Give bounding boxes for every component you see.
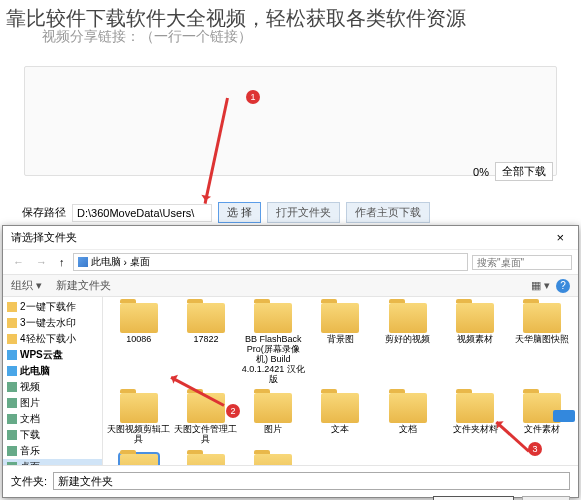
annotation-pin-1: 1 [246, 90, 260, 104]
folder-icon [7, 446, 17, 456]
view-menu[interactable]: ▦ ▾ [531, 279, 550, 292]
folder-item[interactable]: 背景图 [309, 303, 372, 384]
cancel-button[interactable]: 取消 [522, 496, 570, 500]
folder-icon [456, 303, 494, 333]
folder-icon [389, 393, 427, 423]
dialog-title: 请选择文件夹 [11, 230, 77, 245]
sidebar-item[interactable]: 2一键下载作 [3, 299, 102, 315]
folder-item[interactable]: 天图文件管理工具 [174, 393, 237, 445]
sidebar-item[interactable]: 3一键去水印 [3, 315, 102, 331]
folder-icon [120, 393, 158, 423]
organize-menu[interactable]: 组织 ▾ [11, 278, 42, 293]
folder-icon [7, 366, 17, 376]
folder-icon [321, 393, 359, 423]
sidebar-item[interactable]: 4轻松下载小 [3, 331, 102, 347]
side-download-button[interactable]: 下载 [553, 410, 575, 422]
download-all-button[interactable]: 全部下载 [495, 162, 553, 181]
folder-item[interactable]: 音乐 [242, 454, 305, 465]
folder-icon [7, 350, 17, 360]
select-folder-button[interactable]: 选择文件夹 [433, 496, 514, 500]
folder-item[interactable]: 文本 [309, 393, 372, 445]
filename-label: 文件夹: [11, 474, 47, 489]
pc-icon [78, 257, 88, 267]
path-label: 保存路径 [22, 205, 66, 220]
folder-item[interactable]: 天华脑图快照 [511, 303, 574, 384]
folder-item[interactable]: BB FlashBack Pro(屏幕录像机) Build 4.0.1.2421… [242, 303, 305, 384]
nav-back-icon[interactable]: ← [9, 256, 28, 268]
folder-icon [7, 382, 17, 392]
path-row: 保存路径 选 择 打开文件夹 作者主页下载 [22, 202, 559, 223]
sidebar-item[interactable]: 图片 [3, 395, 102, 411]
close-icon[interactable]: × [550, 230, 570, 245]
folder-icon [187, 303, 225, 333]
dialog-search-input[interactable] [472, 255, 572, 270]
sidebar-item[interactable]: 视频 [3, 379, 102, 395]
annotation-pin-3: 3 [528, 442, 542, 456]
annotation-pin-2: 2 [226, 404, 240, 418]
subtitle: 视频分享链接：（一行一个链接） [42, 28, 252, 46]
folder-dialog: 请选择文件夹 × ← → ↑ 此电脑› 桌面 组织 ▾ 新建文件夹 ▦ ▾ ? … [2, 225, 579, 498]
folder-icon [7, 334, 17, 344]
textarea-links[interactable] [24, 66, 557, 176]
sidebar-tree: 2一键下载作3一键去水印4轻松下载小WPS云盘此电脑视频图片文档下载音乐桌面本地… [3, 297, 103, 465]
open-folder-button[interactable]: 打开文件夹 [267, 202, 340, 223]
progress-row: 0% 全部下载 [473, 162, 553, 181]
folder-item[interactable]: 新建文件夹 (2) [174, 454, 237, 465]
sidebar-item[interactable]: 此电脑 [3, 363, 102, 379]
sidebar-item[interactable]: WPS云盘 [3, 347, 102, 363]
folder-icon [120, 454, 158, 465]
folder-item[interactable]: 10086 [107, 303, 170, 384]
folder-icon [389, 303, 427, 333]
sidebar-item[interactable]: 桌面 [3, 459, 102, 465]
folder-icon [254, 303, 292, 333]
folder-icon [7, 430, 17, 440]
folder-icon [7, 414, 17, 424]
sidebar-item[interactable]: 下载 [3, 427, 102, 443]
breadcrumb[interactable]: 此电脑› 桌面 [73, 253, 469, 271]
path-input[interactable] [72, 204, 212, 222]
folder-icon [254, 454, 292, 465]
progress-pct: 0% [473, 166, 489, 178]
folder-icon [321, 303, 359, 333]
author-download-button[interactable]: 作者主页下载 [346, 202, 430, 223]
help-icon[interactable]: ? [556, 279, 570, 293]
folder-icon [7, 302, 17, 312]
folder-item[interactable]: 新建文件夹 [107, 454, 170, 465]
folder-icon [254, 393, 292, 423]
folder-item[interactable]: 剪好的视频 [376, 303, 439, 384]
folder-icon [120, 303, 158, 333]
folder-item[interactable]: 17822 [174, 303, 237, 384]
folder-item[interactable]: 文档 [376, 393, 439, 445]
folder-icon [7, 462, 17, 465]
folder-item[interactable]: 视频素材 [443, 303, 506, 384]
filename-input[interactable] [53, 472, 570, 490]
folder-icon [456, 393, 494, 423]
sidebar-item[interactable]: 文档 [3, 411, 102, 427]
nav-up-icon[interactable]: ↑ [55, 255, 69, 269]
nav-fwd-icon[interactable]: → [32, 256, 51, 268]
folder-item[interactable]: 天图视频剪辑工具 [107, 393, 170, 445]
sidebar-item[interactable]: 音乐 [3, 443, 102, 459]
folder-icon [187, 454, 225, 465]
new-folder-button[interactable]: 新建文件夹 [56, 278, 111, 293]
folder-icon [7, 398, 17, 408]
select-button[interactable]: 选 择 [218, 202, 261, 223]
folder-item[interactable]: 图片 [242, 393, 305, 445]
folder-icon [523, 303, 561, 333]
folder-icon [7, 318, 17, 328]
